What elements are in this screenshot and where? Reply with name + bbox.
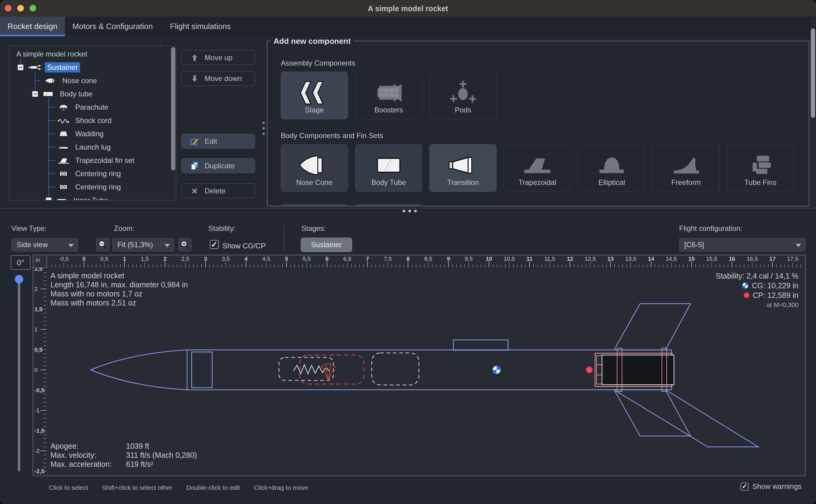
tree-row-wadding[interactable]: Wadding xyxy=(9,127,176,141)
edit-button[interactable]: Edit xyxy=(181,134,255,149)
tab-motors-configuration[interactable]: Motors & Configuration xyxy=(65,17,160,36)
svg-text:7: 7 xyxy=(366,256,369,262)
tree-item-label: Parachute xyxy=(73,102,111,112)
component-tree[interactable]: A simple model rocket Sustainer Nose con… xyxy=(9,46,176,200)
add-elliptical-fin-button[interactable]: Elliptical xyxy=(578,144,645,192)
tree-row-launch-lug[interactable]: Launch lug xyxy=(9,141,176,154)
duplicate-button[interactable]: Duplicate xyxy=(181,158,255,173)
add-freeform-fin-button[interactable]: Freeform xyxy=(652,144,720,192)
centering-ring-icon xyxy=(57,183,70,191)
svg-text:12,5: 12,5 xyxy=(585,256,596,262)
rotation-slider-knob[interactable] xyxy=(15,275,23,283)
zoom-out-button[interactable] xyxy=(96,238,109,251)
arrow-down-icon xyxy=(190,74,199,83)
add-stage-button[interactable]: Stage xyxy=(281,72,348,119)
svg-text:10,5: 10,5 xyxy=(504,256,515,262)
tree-row-sustainer[interactable]: Sustainer xyxy=(9,61,176,74)
cp-value: CP: 12,589 in xyxy=(753,290,799,300)
add-body-tube-button[interactable]: Body Tube xyxy=(355,144,422,192)
add-pods-button[interactable]: Pods xyxy=(429,72,497,119)
zoom-dropdown[interactable]: Fit (51,3%) xyxy=(112,238,174,251)
svg-text:3: 3 xyxy=(204,256,207,262)
add-nose-cone-button[interactable]: Nose Cone xyxy=(281,144,348,192)
view-type-dropdown[interactable]: Side view xyxy=(11,238,78,251)
horizontal-splitter-handle[interactable] xyxy=(403,210,417,212)
tree-row-centering-ring-2[interactable]: Centering ring xyxy=(9,180,176,194)
svg-text:4: 4 xyxy=(244,256,248,262)
window-scrollbar[interactable] xyxy=(811,18,815,208)
scrollbar-thumb[interactable] xyxy=(811,28,815,118)
shock-cord-outline xyxy=(279,357,334,380)
svg-text:-1: -1 xyxy=(34,407,40,414)
rotation-angle-box[interactable]: 0° xyxy=(11,255,31,270)
collapse-toggle-icon[interactable] xyxy=(32,91,38,97)
add-component-button-partial[interactable] xyxy=(355,204,422,206)
parachute-icon xyxy=(57,103,70,111)
svg-text:10: 10 xyxy=(486,256,492,262)
show-cgcp-checkbox[interactable]: ✓ xyxy=(210,240,219,249)
tab-rocket-design[interactable]: Rocket design xyxy=(0,17,65,36)
show-warnings-control: ✓ Show warnings xyxy=(740,482,801,491)
cg-icon xyxy=(742,282,749,289)
tree-row-body-tube[interactable]: Body tube xyxy=(9,87,176,101)
add-boosters-button[interactable]: Boosters xyxy=(355,72,422,119)
tree-row-trapezoidal-fin-set[interactable]: Trapezoidal fin set xyxy=(9,154,176,167)
wadding-outline xyxy=(372,353,419,385)
motor-outline xyxy=(602,355,674,385)
rotation-slider-track[interactable] xyxy=(18,278,20,471)
zoom-label: Zoom: xyxy=(114,224,134,233)
delete-button[interactable]: Delete xyxy=(181,183,255,198)
svg-text:13,5: 13,5 xyxy=(625,256,636,262)
shock-cord-icon xyxy=(57,116,70,125)
tree-item-label: Inner Tube xyxy=(71,195,111,200)
svg-text:11,5: 11,5 xyxy=(544,256,555,262)
shock-cord-zigzag xyxy=(293,365,330,374)
acceleration-value: 619 ft/s² xyxy=(126,460,197,469)
stability-label: Stability: xyxy=(208,224,236,233)
move-up-button[interactable]: Move up xyxy=(181,50,255,65)
svg-text:1,5: 1,5 xyxy=(141,256,149,262)
rocket-canvas[interactable]: -1-0,500,511,522,533,544,555,566,577,588… xyxy=(33,255,806,476)
duplicate-icon xyxy=(190,161,199,170)
add-transition-button[interactable]: Transition xyxy=(429,144,497,192)
stage-toggle-sustainer[interactable]: Sustainer xyxy=(301,237,352,252)
tab-flight-simulations[interactable]: Flight simulations xyxy=(160,17,240,36)
svg-text:2: 2 xyxy=(34,286,38,292)
tree-row-parachute[interactable]: Parachute xyxy=(9,101,176,114)
add-component-button-partial[interactable] xyxy=(281,204,348,206)
motor-mount-tube-outline xyxy=(595,353,672,386)
tree-item-label: Centering ring xyxy=(73,169,123,179)
tree-root-row[interactable]: A simple model rocket xyxy=(9,47,176,61)
horizontal-splitter[interactable] xyxy=(0,208,816,208)
chevron-down-icon xyxy=(68,244,74,247)
pods-icon xyxy=(445,80,481,106)
launch-lug-outline xyxy=(453,340,508,350)
flight-configuration-dropdown[interactable]: [C6-5] xyxy=(679,238,805,251)
body-components-label: Body Components and Fin Sets xyxy=(281,131,383,140)
tree-item-label: Wadding xyxy=(73,129,106,139)
zoom-in-button[interactable] xyxy=(178,238,192,251)
svg-text:14: 14 xyxy=(648,256,654,262)
tree-row-centering-ring-1[interactable]: Centering ring xyxy=(9,167,176,180)
svg-text:-0,5: -0,5 xyxy=(34,387,44,393)
add-trapezoidal-fin-button[interactable]: Trapezoidal xyxy=(504,144,571,192)
tree-row-nose-cone[interactable]: Nose cone xyxy=(9,74,176,87)
add-tube-fins-button[interactable]: Tube Fins xyxy=(727,144,794,192)
mach-condition: at M=0,300 xyxy=(716,300,798,310)
vertical-splitter-handle[interactable] xyxy=(263,118,265,138)
tree-scrollbar[interactable] xyxy=(171,47,175,170)
svg-text:9,5: 9,5 xyxy=(465,256,473,262)
show-warnings-checkbox[interactable]: ✓ xyxy=(740,483,749,491)
tree-item-label: Body tube xyxy=(57,89,95,99)
move-down-button[interactable]: Move down xyxy=(181,71,255,86)
collapse-toggle-icon[interactable] xyxy=(18,64,24,70)
collapse-toggle-icon[interactable] xyxy=(46,197,52,200)
body-tube-icon xyxy=(371,152,406,178)
add-component-title: Add new component xyxy=(270,37,354,46)
elliptical-fin-icon xyxy=(594,152,629,178)
tree-row-inner-tube[interactable]: Inner Tube xyxy=(9,194,176,200)
svg-text:6: 6 xyxy=(325,256,329,262)
check-icon: ✓ xyxy=(742,483,747,490)
tree-row-shock-cord[interactable]: Shock cord xyxy=(9,114,176,127)
show-warnings-label: Show warnings xyxy=(752,482,801,491)
